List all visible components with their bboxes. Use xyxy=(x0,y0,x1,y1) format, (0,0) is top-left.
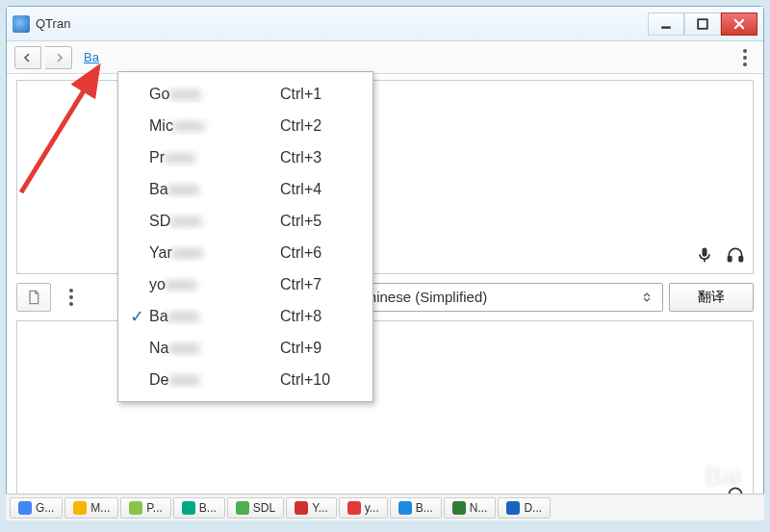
new-document-button[interactable] xyxy=(16,283,51,312)
menu-item-label: yoxxxx xyxy=(149,276,280,293)
service-menu-item[interactable]: DexxxxCtrl+10 xyxy=(118,364,372,395)
minimize-icon xyxy=(660,18,672,30)
maximize-button[interactable] xyxy=(684,13,721,36)
menu-item-shortcut: Ctrl+6 xyxy=(280,244,363,262)
titlebar: QTran xyxy=(7,7,763,41)
forward-button[interactable] xyxy=(45,46,72,69)
service-icon xyxy=(452,501,466,515)
menu-item-shortcut: Ctrl+2 xyxy=(280,117,363,135)
language-select-value: Chinese (Simplified) xyxy=(358,289,487,305)
menu-item-label: Goxxxx xyxy=(149,86,280,103)
service-icon xyxy=(347,501,361,515)
task-tab-label: B... xyxy=(199,501,217,515)
task-tab[interactable]: y... xyxy=(339,497,388,519)
svg-rect-2 xyxy=(729,256,732,261)
close-button[interactable] xyxy=(721,13,757,36)
service-icon xyxy=(18,501,32,515)
menu-item-shortcut: Ctrl+1 xyxy=(280,86,363,103)
task-tab[interactable]: M... xyxy=(64,497,118,519)
task-tab[interactable]: G... xyxy=(10,497,63,519)
service-icon xyxy=(295,501,308,515)
select-updown-icon xyxy=(641,291,653,303)
task-tab-label: G... xyxy=(36,501,54,515)
task-tab[interactable]: D... xyxy=(498,497,551,519)
menu-item-label: Yarxxxx xyxy=(149,244,280,262)
menu-item-shortcut: Ctrl+10 xyxy=(280,371,363,389)
service-menu-item[interactable]: NaxxxxCtrl+9 xyxy=(118,332,372,364)
document-icon xyxy=(26,290,41,305)
task-tab-label: y... xyxy=(365,501,379,515)
menu-item-shortcut: Ctrl+4 xyxy=(280,181,363,198)
task-tab[interactable]: B... xyxy=(390,497,442,519)
task-tab[interactable]: Y... xyxy=(286,497,336,519)
menu-item-label: Baxxxx xyxy=(149,308,280,325)
maximize-icon xyxy=(697,18,708,30)
service-dropdown-menu: GoxxxxCtrl+1MicxxxxCtrl+2PrxxxxCtrl+3Bax… xyxy=(117,71,373,402)
svg-rect-0 xyxy=(661,26,671,28)
service-icon xyxy=(73,501,87,515)
task-tab-label: M... xyxy=(90,501,110,515)
service-menu-item[interactable]: PrxxxxCtrl+3 xyxy=(118,141,372,173)
menu-item-shortcut: Ctrl+7 xyxy=(280,276,363,293)
task-tab-label: N... xyxy=(470,501,488,515)
headphones-icon[interactable] xyxy=(726,245,745,267)
back-button[interactable] xyxy=(14,46,41,69)
service-taskbar: G...M...P...B...SDLY...y...B...N...D... xyxy=(6,494,764,520)
checkmark-icon: ✓ xyxy=(124,306,149,327)
menu-item-shortcut: Ctrl+3 xyxy=(280,149,363,166)
svg-rect-1 xyxy=(698,19,707,29)
service-menu-item[interactable]: yoxxxxCtrl+7 xyxy=(118,268,372,300)
menu-item-label: Micxxxx xyxy=(149,117,280,135)
service-dropdown-label[interactable]: Ba xyxy=(84,50,99,64)
chevron-left-icon xyxy=(23,53,33,63)
service-icon xyxy=(129,501,142,515)
service-icon xyxy=(506,501,520,515)
menu-item-shortcut: Ctrl+9 xyxy=(280,340,363,357)
task-tab-label: P... xyxy=(146,501,162,515)
menu-item-shortcut: Ctrl+8 xyxy=(280,308,363,325)
service-menu-item[interactable]: ✓BaxxxxCtrl+8 xyxy=(118,300,372,332)
menu-item-shortcut: Ctrl+5 xyxy=(280,213,363,230)
task-tab[interactable]: N... xyxy=(444,497,497,519)
menu-item-label: Dexxxx xyxy=(149,371,280,389)
task-tab-label: SDL xyxy=(253,501,275,515)
toolbar: Ba xyxy=(7,41,763,74)
task-tab[interactable]: B... xyxy=(173,497,225,519)
minimize-button[interactable] xyxy=(648,13,684,36)
translate-button[interactable]: 翻译 xyxy=(669,283,754,312)
menu-item-label: Prxxxx xyxy=(149,149,280,166)
toolbar-menu-button[interactable] xyxy=(734,47,756,68)
menu-item-label: Baxxxx xyxy=(149,181,280,198)
service-icon xyxy=(236,501,249,515)
task-tab[interactable]: SDL xyxy=(227,497,284,519)
menu-item-label: SDxxxx xyxy=(149,213,280,230)
service-menu-item[interactable]: SDxxxxCtrl+5 xyxy=(118,205,372,237)
service-menu-item[interactable]: MicxxxxCtrl+2 xyxy=(118,110,372,141)
task-tab-label: B... xyxy=(416,501,433,515)
task-tab-label: D... xyxy=(524,501,542,515)
task-tab-label: Y... xyxy=(312,501,327,515)
service-icon xyxy=(182,501,195,515)
microphone-icon[interactable] xyxy=(695,245,714,267)
window-controls xyxy=(648,13,757,36)
svg-rect-3 xyxy=(739,256,742,261)
kebab-dot-icon xyxy=(743,49,747,53)
chevron-right-icon xyxy=(54,53,64,63)
close-icon xyxy=(733,18,745,30)
service-menu-item[interactable]: BaxxxxCtrl+4 xyxy=(118,173,372,205)
task-tab[interactable]: P... xyxy=(120,497,170,519)
window-title: QTran xyxy=(36,16,70,31)
menu-item-label: Naxxxx xyxy=(149,340,280,357)
mid-menu-button[interactable] xyxy=(61,287,82,308)
target-language-select[interactable]: Chinese (Simplified) xyxy=(347,283,663,312)
service-icon xyxy=(398,501,412,515)
app-icon xyxy=(13,15,30,33)
service-menu-item[interactable]: GoxxxxCtrl+1 xyxy=(118,78,372,110)
service-menu-item[interactable]: YarxxxxCtrl+6 xyxy=(118,237,372,268)
